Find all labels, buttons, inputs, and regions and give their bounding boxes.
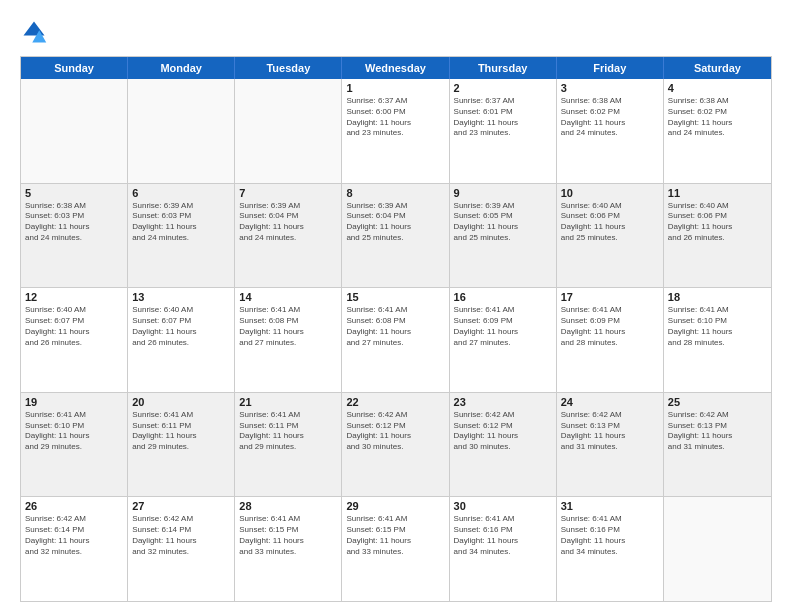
day-number: 27 [132, 500, 230, 512]
cal-cell: 12Sunrise: 6:40 AM Sunset: 6:07 PM Dayli… [21, 288, 128, 392]
day-number: 25 [668, 396, 767, 408]
cal-cell: 4Sunrise: 6:38 AM Sunset: 6:02 PM Daylig… [664, 79, 771, 183]
svg-marker-0 [24, 22, 45, 36]
page: SundayMondayTuesdayWednesdayThursdayFrid… [0, 0, 792, 612]
cal-cell: 26Sunrise: 6:42 AM Sunset: 6:14 PM Dayli… [21, 497, 128, 601]
header-day-saturday: Saturday [664, 57, 771, 79]
cell-info: Sunrise: 6:42 AM Sunset: 6:14 PM Dayligh… [25, 514, 123, 557]
day-number: 4 [668, 82, 767, 94]
header-day-thursday: Thursday [450, 57, 557, 79]
logo-icon [20, 18, 48, 46]
logo [20, 18, 52, 46]
day-number: 30 [454, 500, 552, 512]
cell-info: Sunrise: 6:38 AM Sunset: 6:03 PM Dayligh… [25, 201, 123, 244]
cell-info: Sunrise: 6:41 AM Sunset: 6:16 PM Dayligh… [561, 514, 659, 557]
calendar-row-4: 26Sunrise: 6:42 AM Sunset: 6:14 PM Dayli… [21, 496, 771, 601]
cell-info: Sunrise: 6:42 AM Sunset: 6:13 PM Dayligh… [561, 410, 659, 453]
day-number: 26 [25, 500, 123, 512]
cell-info: Sunrise: 6:41 AM Sunset: 6:09 PM Dayligh… [454, 305, 552, 348]
day-number: 6 [132, 187, 230, 199]
day-number: 2 [454, 82, 552, 94]
cal-cell: 24Sunrise: 6:42 AM Sunset: 6:13 PM Dayli… [557, 393, 664, 497]
cal-cell: 3Sunrise: 6:38 AM Sunset: 6:02 PM Daylig… [557, 79, 664, 183]
header-day-tuesday: Tuesday [235, 57, 342, 79]
cal-cell: 1Sunrise: 6:37 AM Sunset: 6:00 PM Daylig… [342, 79, 449, 183]
day-number: 8 [346, 187, 444, 199]
cell-info: Sunrise: 6:39 AM Sunset: 6:04 PM Dayligh… [239, 201, 337, 244]
cell-info: Sunrise: 6:41 AM Sunset: 6:11 PM Dayligh… [239, 410, 337, 453]
day-number: 15 [346, 291, 444, 303]
day-number: 12 [25, 291, 123, 303]
cal-cell: 16Sunrise: 6:41 AM Sunset: 6:09 PM Dayli… [450, 288, 557, 392]
day-number: 1 [346, 82, 444, 94]
day-number: 5 [25, 187, 123, 199]
cell-info: Sunrise: 6:42 AM Sunset: 6:13 PM Dayligh… [668, 410, 767, 453]
cell-info: Sunrise: 6:39 AM Sunset: 6:04 PM Dayligh… [346, 201, 444, 244]
cell-info: Sunrise: 6:38 AM Sunset: 6:02 PM Dayligh… [561, 96, 659, 139]
cal-cell: 15Sunrise: 6:41 AM Sunset: 6:08 PM Dayli… [342, 288, 449, 392]
header-day-sunday: Sunday [21, 57, 128, 79]
cal-cell: 27Sunrise: 6:42 AM Sunset: 6:14 PM Dayli… [128, 497, 235, 601]
day-number: 11 [668, 187, 767, 199]
cal-cell: 19Sunrise: 6:41 AM Sunset: 6:10 PM Dayli… [21, 393, 128, 497]
cal-cell [128, 79, 235, 183]
cell-info: Sunrise: 6:40 AM Sunset: 6:07 PM Dayligh… [25, 305, 123, 348]
day-number: 29 [346, 500, 444, 512]
cal-cell: 11Sunrise: 6:40 AM Sunset: 6:06 PM Dayli… [664, 184, 771, 288]
cal-cell: 23Sunrise: 6:42 AM Sunset: 6:12 PM Dayli… [450, 393, 557, 497]
cal-cell: 31Sunrise: 6:41 AM Sunset: 6:16 PM Dayli… [557, 497, 664, 601]
day-number: 13 [132, 291, 230, 303]
cal-cell: 2Sunrise: 6:37 AM Sunset: 6:01 PM Daylig… [450, 79, 557, 183]
cal-cell: 13Sunrise: 6:40 AM Sunset: 6:07 PM Dayli… [128, 288, 235, 392]
calendar-row-0: 1Sunrise: 6:37 AM Sunset: 6:00 PM Daylig… [21, 79, 771, 183]
calendar-row-2: 12Sunrise: 6:40 AM Sunset: 6:07 PM Dayli… [21, 287, 771, 392]
header-day-monday: Monday [128, 57, 235, 79]
cell-info: Sunrise: 6:42 AM Sunset: 6:12 PM Dayligh… [454, 410, 552, 453]
cal-cell: 8Sunrise: 6:39 AM Sunset: 6:04 PM Daylig… [342, 184, 449, 288]
cal-cell: 20Sunrise: 6:41 AM Sunset: 6:11 PM Dayli… [128, 393, 235, 497]
day-number: 22 [346, 396, 444, 408]
cal-cell: 6Sunrise: 6:39 AM Sunset: 6:03 PM Daylig… [128, 184, 235, 288]
cal-cell: 9Sunrise: 6:39 AM Sunset: 6:05 PM Daylig… [450, 184, 557, 288]
cell-info: Sunrise: 6:41 AM Sunset: 6:08 PM Dayligh… [239, 305, 337, 348]
cell-info: Sunrise: 6:39 AM Sunset: 6:03 PM Dayligh… [132, 201, 230, 244]
cal-cell: 29Sunrise: 6:41 AM Sunset: 6:15 PM Dayli… [342, 497, 449, 601]
cal-cell: 30Sunrise: 6:41 AM Sunset: 6:16 PM Dayli… [450, 497, 557, 601]
day-number: 20 [132, 396, 230, 408]
day-number: 18 [668, 291, 767, 303]
cal-cell: 14Sunrise: 6:41 AM Sunset: 6:08 PM Dayli… [235, 288, 342, 392]
cal-cell: 17Sunrise: 6:41 AM Sunset: 6:09 PM Dayli… [557, 288, 664, 392]
cal-cell: 21Sunrise: 6:41 AM Sunset: 6:11 PM Dayli… [235, 393, 342, 497]
day-number: 16 [454, 291, 552, 303]
cal-cell [235, 79, 342, 183]
day-number: 31 [561, 500, 659, 512]
calendar-body: 1Sunrise: 6:37 AM Sunset: 6:00 PM Daylig… [21, 79, 771, 601]
cell-info: Sunrise: 6:37 AM Sunset: 6:00 PM Dayligh… [346, 96, 444, 139]
cell-info: Sunrise: 6:40 AM Sunset: 6:07 PM Dayligh… [132, 305, 230, 348]
cal-cell [664, 497, 771, 601]
cell-info: Sunrise: 6:42 AM Sunset: 6:12 PM Dayligh… [346, 410, 444, 453]
calendar-row-3: 19Sunrise: 6:41 AM Sunset: 6:10 PM Dayli… [21, 392, 771, 497]
day-number: 23 [454, 396, 552, 408]
day-number: 10 [561, 187, 659, 199]
cell-info: Sunrise: 6:41 AM Sunset: 6:09 PM Dayligh… [561, 305, 659, 348]
calendar: SundayMondayTuesdayWednesdayThursdayFrid… [20, 56, 772, 602]
cal-cell: 25Sunrise: 6:42 AM Sunset: 6:13 PM Dayli… [664, 393, 771, 497]
day-number: 3 [561, 82, 659, 94]
cell-info: Sunrise: 6:41 AM Sunset: 6:10 PM Dayligh… [668, 305, 767, 348]
cell-info: Sunrise: 6:41 AM Sunset: 6:15 PM Dayligh… [346, 514, 444, 557]
cal-cell: 7Sunrise: 6:39 AM Sunset: 6:04 PM Daylig… [235, 184, 342, 288]
day-number: 19 [25, 396, 123, 408]
cal-cell [21, 79, 128, 183]
day-number: 9 [454, 187, 552, 199]
cell-info: Sunrise: 6:42 AM Sunset: 6:14 PM Dayligh… [132, 514, 230, 557]
cell-info: Sunrise: 6:41 AM Sunset: 6:15 PM Dayligh… [239, 514, 337, 557]
cell-info: Sunrise: 6:38 AM Sunset: 6:02 PM Dayligh… [668, 96, 767, 139]
day-number: 24 [561, 396, 659, 408]
cal-cell: 10Sunrise: 6:40 AM Sunset: 6:06 PM Dayli… [557, 184, 664, 288]
header [20, 18, 772, 46]
day-number: 28 [239, 500, 337, 512]
cell-info: Sunrise: 6:41 AM Sunset: 6:10 PM Dayligh… [25, 410, 123, 453]
header-day-friday: Friday [557, 57, 664, 79]
cell-info: Sunrise: 6:40 AM Sunset: 6:06 PM Dayligh… [668, 201, 767, 244]
